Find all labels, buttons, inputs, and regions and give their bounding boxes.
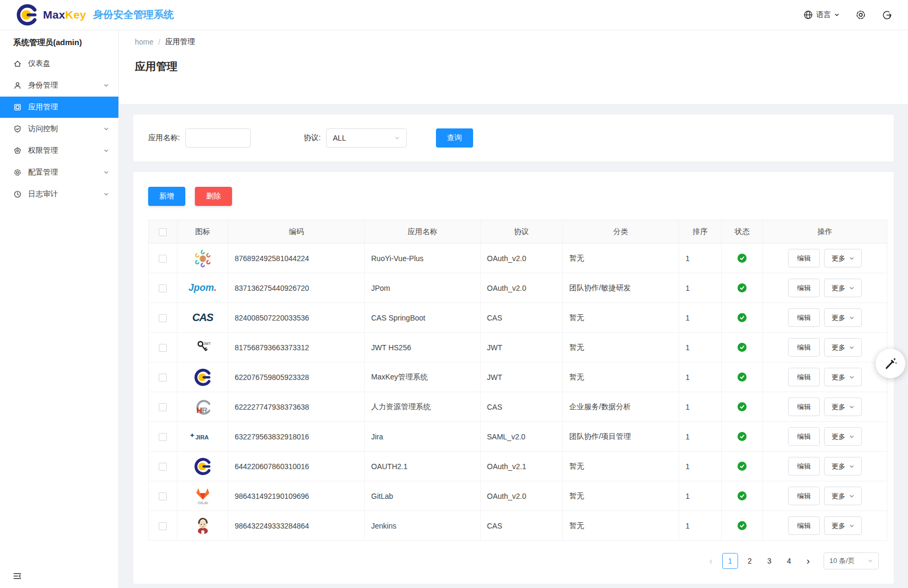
row-checkbox[interactable] xyxy=(159,344,167,352)
sidebar-item-access[interactable]: 访问控制 xyxy=(0,118,118,140)
app-name-input[interactable] xyxy=(185,128,251,148)
chevron-down-icon xyxy=(868,558,873,564)
more-button[interactable]: 更多 xyxy=(824,249,862,267)
settings-button[interactable] xyxy=(855,10,866,20)
row-checkbox[interactable] xyxy=(159,255,167,263)
table-row: GitLab 986431492190109696GitLabOAuth_v2.… xyxy=(149,481,887,511)
chevron-down-icon xyxy=(104,148,109,153)
breadcrumb-current: 应用管理 xyxy=(165,37,195,47)
page-title: 应用管理 xyxy=(135,59,892,74)
sidebar-item-permission[interactable]: 权限管理 xyxy=(0,140,118,161)
filter-card: 应用名称: 协议: ALL 查询 xyxy=(133,115,894,161)
app-icon-cell: H R xyxy=(177,392,228,422)
sidebar-menu: 仪表盘身份管理应用管理访问控制权限管理配置管理日志审计 xyxy=(0,53,118,205)
pagination-prev-button[interactable]: ‹ xyxy=(704,553,718,569)
app-category: 暂无 xyxy=(563,362,679,392)
more-button[interactable]: 更多 xyxy=(824,368,862,386)
search-button[interactable]: 查询 xyxy=(436,128,473,148)
current-user-label: 系统管理员(admin) xyxy=(0,30,118,53)
user-icon xyxy=(13,81,22,90)
app-name: JPom xyxy=(365,273,481,303)
more-button[interactable]: 更多 xyxy=(824,308,862,327)
app-name: Jenkins xyxy=(365,511,481,541)
app-icon-cell xyxy=(177,362,228,392)
edit-button[interactable]: 编辑 xyxy=(788,368,820,386)
sidebar-collapse-button[interactable] xyxy=(13,572,22,581)
svg-text:JWT: JWT xyxy=(203,342,211,345)
column-header: 操作 xyxy=(763,220,887,244)
sidebar-item-audit[interactable]: 日志审计 xyxy=(0,184,118,205)
brand-name: MaxKey xyxy=(43,8,86,21)
row-checkbox[interactable] xyxy=(159,492,167,500)
breadcrumb: home / 应用管理 xyxy=(135,37,892,47)
app-sort: 1 xyxy=(679,333,722,362)
edit-button[interactable]: 编辑 xyxy=(788,457,820,475)
row-actions-cell: 编辑更多 xyxy=(763,452,887,481)
row-checkbox[interactable] xyxy=(159,433,167,441)
pagination-page-1[interactable]: 1 xyxy=(722,553,738,569)
more-button[interactable]: 更多 xyxy=(824,338,862,357)
more-button[interactable]: 更多 xyxy=(824,487,862,505)
home-icon xyxy=(13,59,22,68)
breadcrumb-home[interactable]: home xyxy=(135,38,153,46)
edit-button[interactable]: 编辑 xyxy=(788,308,820,327)
table-header-row: 图标编码应用名称协议分类排序状态操作 xyxy=(149,220,887,244)
row-checkbox[interactable] xyxy=(159,314,167,322)
page-header: home / 应用管理 应用管理 xyxy=(119,30,908,104)
app-name: JWT HS256 xyxy=(365,333,481,362)
edit-button[interactable]: 编辑 xyxy=(788,487,820,505)
sidebar-item-dashboard[interactable]: 仪表盘 xyxy=(0,53,118,74)
column-header: 排序 xyxy=(679,220,722,244)
row-actions-cell: 编辑更多 xyxy=(763,511,887,541)
app-status-cell xyxy=(722,273,763,303)
delete-button[interactable]: 删除 xyxy=(195,187,232,206)
app-name: Jira xyxy=(365,422,481,452)
add-button[interactable]: 新增 xyxy=(148,187,185,206)
pagination-page-2[interactable]: 2 xyxy=(742,553,758,569)
app-protocol: OAuth_v2.0 xyxy=(481,244,563,273)
app-header: MaxKey 身份安全管理系统 语言 xyxy=(0,0,908,30)
language-menu[interactable]: 语言 xyxy=(803,10,840,20)
pagination-next-button[interactable]: › xyxy=(801,553,816,569)
app-status-cell xyxy=(722,422,763,452)
more-button[interactable]: 更多 xyxy=(824,427,862,446)
logout-button[interactable] xyxy=(882,10,892,20)
more-button[interactable]: 更多 xyxy=(824,516,862,535)
row-checkbox[interactable] xyxy=(159,403,167,411)
app-category: 暂无 xyxy=(563,303,679,333)
column-header: 状态 xyxy=(722,220,763,244)
row-checkbox[interactable] xyxy=(159,374,167,382)
edit-button[interactable]: 编辑 xyxy=(788,427,820,446)
row-checkbox[interactable] xyxy=(159,463,167,471)
chevron-down-icon xyxy=(849,494,854,499)
page-size-select[interactable]: 10 条/页 xyxy=(824,552,879,569)
app-code: 837136275440926720 xyxy=(228,273,365,303)
more-button[interactable]: 更多 xyxy=(824,397,862,416)
edit-button[interactable]: 编辑 xyxy=(788,338,820,357)
edit-button[interactable]: 编辑 xyxy=(788,279,820,297)
sidebar-item-apps[interactable]: 应用管理 xyxy=(0,97,118,118)
protocol-select[interactable]: ALL xyxy=(326,128,407,148)
status-active-icon xyxy=(738,283,747,292)
app-sort: 1 xyxy=(679,303,722,333)
edit-button[interactable]: 编辑 xyxy=(788,516,820,535)
table-card: 新增 删除 图标编码应用名称协议分类排序状态操作 87689249 xyxy=(133,172,894,584)
app-name: OAUTH2.1 xyxy=(365,452,481,481)
column-header: 图标 xyxy=(177,220,228,244)
row-select-cell xyxy=(149,511,177,541)
row-select-cell xyxy=(149,481,177,511)
edit-button[interactable]: 编辑 xyxy=(788,249,820,267)
assistant-floating-button[interactable] xyxy=(876,349,905,378)
more-button[interactable]: 更多 xyxy=(824,279,862,297)
pagination-page-3[interactable]: 3 xyxy=(761,553,777,569)
more-button[interactable]: 更多 xyxy=(824,457,862,475)
row-checkbox[interactable] xyxy=(159,522,167,530)
pagination-page-4[interactable]: 4 xyxy=(781,553,797,569)
row-checkbox[interactable] xyxy=(159,284,167,292)
app-icon-cell: Jpom. xyxy=(177,273,228,303)
chevron-down-icon xyxy=(104,126,109,132)
select-all-checkbox[interactable] xyxy=(159,228,167,236)
edit-button[interactable]: 编辑 xyxy=(788,397,820,416)
sidebar-item-identity[interactable]: 身份管理 xyxy=(0,75,118,96)
sidebar-item-config[interactable]: 配置管理 xyxy=(0,162,118,183)
